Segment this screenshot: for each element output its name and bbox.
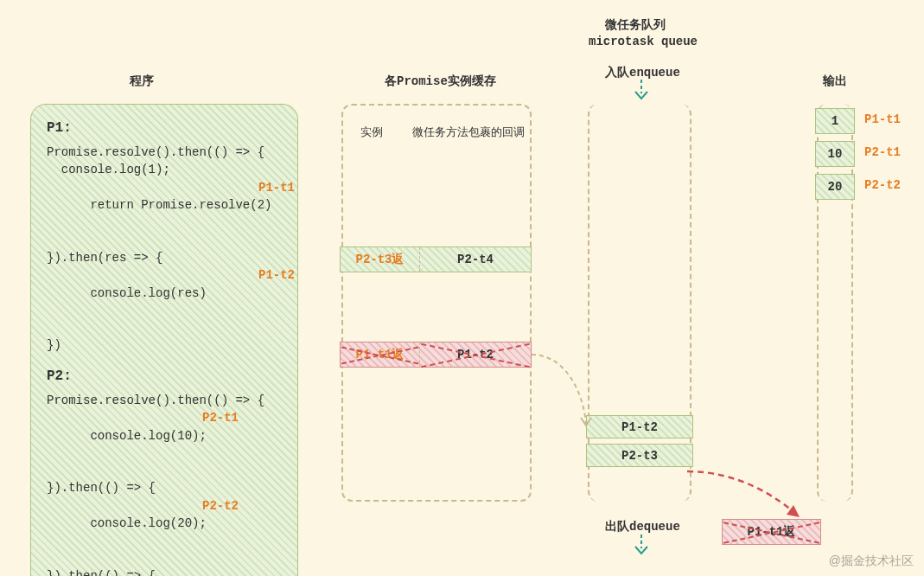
output-tag: P1-t1	[864, 112, 901, 126]
code-line: }).then(() => {	[47, 567, 285, 576]
cache-box: 实例 微任务方法包裹的回调	[341, 104, 532, 502]
enqueue-label: 入队enqueue	[605, 65, 680, 80]
code-line: console.log(10); P2-t1	[47, 409, 285, 479]
dequeue-label: 出队dequeue	[605, 519, 680, 534]
output-title: 输出	[823, 74, 847, 89]
p2-label: P2:	[47, 367, 285, 387]
program-title: 程序	[130, 74, 154, 89]
cache-cell-left: P1-t1返	[341, 342, 420, 367]
queue-box	[588, 104, 691, 502]
code-text: console.log(res)	[76, 286, 207, 300]
cache-header-callback: 微任务方法包裹的回调	[412, 125, 525, 140]
watermark: @掘金技术社区	[829, 554, 914, 569]
code-line: })	[47, 336, 285, 354]
code-text: console.log(20);	[76, 516, 207, 530]
tag-p2-t1: P2-t1	[202, 409, 239, 426]
p1-label: P1:	[47, 118, 285, 138]
output-item: 10	[815, 141, 855, 167]
microtask-title-en: microtask queue	[589, 35, 698, 48]
code-line: console.log(1);	[47, 161, 285, 178]
code-line: console.log(20); P2-t2	[47, 497, 285, 567]
queue-item: P1-t2	[586, 415, 693, 438]
tag-p1-t1: P1-t1	[258, 179, 295, 196]
output-tag: P2-t2	[864, 178, 901, 192]
code-line: Promise.resolve().then(() => {	[47, 144, 285, 161]
code-text: return Promise.resolve(2)	[76, 198, 272, 212]
code-line: return Promise.resolve(2) P1-t1	[47, 179, 285, 249]
code-line: }).then(() => {	[47, 479, 285, 496]
dequeue-flow-arrow-icon	[683, 467, 812, 532]
code-line: console.log(res) P1-t2	[47, 266, 285, 336]
microtask-title-cn: 微任务队列	[605, 17, 666, 33]
flow-arrow-icon	[527, 342, 596, 437]
tag-p2-t2: P2-t2	[202, 497, 239, 515]
output-item: 20	[815, 174, 855, 200]
cache-header-instance: 实例	[360, 125, 383, 140]
output-tag: P2-t1	[864, 145, 901, 159]
tag-p1-t2: P1-t2	[258, 266, 295, 284]
cache-cell-right: P2-t4	[420, 247, 531, 272]
cache-cell-left: P2-t3返	[341, 247, 420, 272]
cache-row: P1-t1返 P1-t2	[340, 342, 532, 368]
code-line: }).then(res => {	[47, 249, 285, 266]
output-item: 1	[815, 108, 855, 134]
cache-title: 各Promise实例缓存	[385, 74, 496, 89]
cache-row: P2-t3返 P2-t4	[340, 246, 532, 272]
code-line: Promise.resolve().then(() => {	[47, 392, 285, 409]
code-text: console.log(10);	[76, 429, 207, 443]
cache-cell-right: P1-t2	[420, 342, 531, 367]
program-box: P1: Promise.resolve().then(() => { conso…	[30, 104, 298, 576]
queue-item: P2-t3	[586, 444, 693, 467]
dequeue-arrow-icon	[633, 534, 650, 557]
enqueue-arrow-icon	[633, 80, 650, 102]
